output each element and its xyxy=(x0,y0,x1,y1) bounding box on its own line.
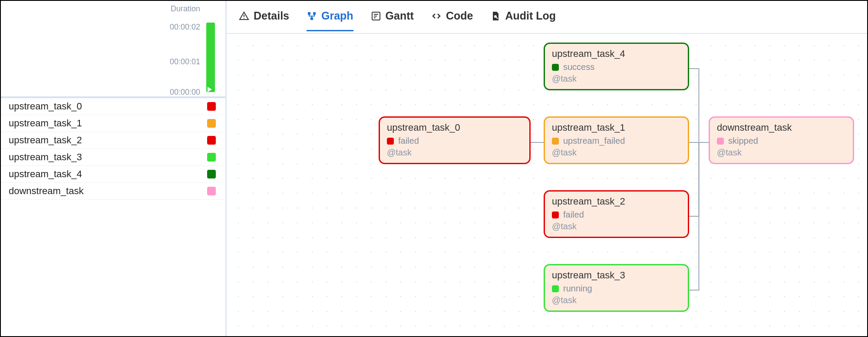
status-swatch xyxy=(207,102,216,111)
node-decorator: @task xyxy=(387,148,522,158)
node-state: running xyxy=(552,284,681,294)
state-text: upstream_failed xyxy=(563,136,625,146)
tab-auditlog[interactable]: Audit Log xyxy=(490,10,556,31)
node-decorator: @task xyxy=(552,74,681,84)
node-title: upstream_task_3 xyxy=(552,270,681,281)
status-swatch xyxy=(207,170,216,178)
duration-tick: 00:00:02 xyxy=(170,23,200,32)
node-decorator: @task xyxy=(552,295,681,305)
task-name: upstream_task_2 xyxy=(9,135,82,146)
tab-label: Graph xyxy=(321,10,353,22)
tab-label: Gantt xyxy=(386,10,414,22)
node-title: upstream_task_0 xyxy=(387,122,522,133)
node-state: failed xyxy=(552,210,681,220)
graph-node-upstream_task_2[interactable]: upstream_task_2failed@task xyxy=(544,190,689,238)
svg-rect-4 xyxy=(310,17,313,20)
task-row[interactable]: upstream_task_4 xyxy=(1,166,225,183)
task-name: upstream_task_1 xyxy=(9,118,82,129)
task-name: downstream_task xyxy=(9,185,83,197)
duration-chart: Duration 00:00:02 00:00:01 00:00:00 xyxy=(1,1,225,96)
svg-rect-2 xyxy=(308,12,310,15)
tree-icon xyxy=(307,11,317,21)
task-name: upstream_task_4 xyxy=(9,168,82,180)
state-dot xyxy=(387,138,394,145)
tab-label: Details xyxy=(254,10,289,22)
node-title: upstream_task_4 xyxy=(552,48,681,59)
task-row[interactable]: upstream_task_3 xyxy=(1,149,225,166)
task-list: upstream_task_0upstream_task_1upstream_t… xyxy=(1,98,225,200)
state-dot xyxy=(552,138,559,145)
tab-graph[interactable]: Graph xyxy=(307,10,353,31)
file-search-icon xyxy=(490,11,501,21)
state-dot xyxy=(717,138,724,145)
sidebar: Duration 00:00:02 00:00:01 00:00:00 upst… xyxy=(1,1,227,336)
status-swatch xyxy=(207,187,216,195)
state-dot xyxy=(552,211,559,218)
tab-gantt[interactable]: Gantt xyxy=(371,10,414,31)
node-state: failed xyxy=(387,136,522,146)
graph-node-upstream_task_1[interactable]: upstream_task_1upstream_failed@task xyxy=(544,116,689,164)
state-text: success xyxy=(563,62,594,72)
state-text: failed xyxy=(563,210,584,220)
play-icon xyxy=(208,87,212,92)
warning-triangle-icon xyxy=(239,11,249,21)
state-text: failed xyxy=(398,136,419,146)
duration-bar-column[interactable] xyxy=(206,23,215,92)
task-row[interactable]: upstream_task_0 xyxy=(1,98,225,115)
tab-bar: DetailsGraphGanttCodeAudit Log xyxy=(227,1,867,34)
duration-label: Duration xyxy=(171,4,200,13)
graph-node-upstream_task_3[interactable]: upstream_task_3running@task xyxy=(544,264,689,312)
node-title: upstream_task_2 xyxy=(552,196,681,207)
task-name: upstream_task_0 xyxy=(9,101,82,112)
node-state: upstream_failed xyxy=(552,136,681,146)
main-panel: DetailsGraphGanttCodeAudit Log upstream_… xyxy=(227,1,867,336)
node-decorator: @task xyxy=(552,221,681,231)
graph-node-upstream_task_0[interactable]: upstream_task_0failed@task xyxy=(379,116,531,164)
svg-point-1 xyxy=(244,18,244,19)
state-dot xyxy=(552,285,559,292)
graph-node-downstream_task[interactable]: downstream_taskskipped@task xyxy=(709,116,854,164)
duration-tick: 00:00:01 xyxy=(170,57,200,66)
svg-rect-3 xyxy=(313,12,316,15)
task-row[interactable]: downstream_task xyxy=(1,183,225,200)
duration-bar[interactable] xyxy=(206,23,215,92)
node-title: upstream_task_1 xyxy=(552,122,681,133)
state-dot xyxy=(552,64,559,71)
status-swatch xyxy=(207,119,216,128)
graph-node-upstream_task_4[interactable]: upstream_task_4success@task xyxy=(544,43,689,90)
node-title: downstream_task xyxy=(717,122,846,133)
code-icon xyxy=(431,11,442,21)
task-name: upstream_task_3 xyxy=(9,152,82,163)
state-text: running xyxy=(563,284,592,294)
status-swatch xyxy=(207,153,216,162)
duration-tick: 00:00:00 xyxy=(170,88,200,97)
app-root: Duration 00:00:02 00:00:01 00:00:00 upst… xyxy=(0,0,868,337)
node-state: success xyxy=(552,62,681,72)
node-decorator: @task xyxy=(717,148,846,158)
tab-label: Audit Log xyxy=(505,10,556,22)
status-swatch xyxy=(207,136,216,145)
graph-area[interactable]: upstream_task_0failed@taskupstream_task_… xyxy=(227,34,867,336)
state-text: skipped xyxy=(728,136,758,146)
task-row[interactable]: upstream_task_1 xyxy=(1,115,225,132)
tab-details[interactable]: Details xyxy=(239,10,289,31)
node-decorator: @task xyxy=(552,148,681,158)
task-row[interactable]: upstream_task_2 xyxy=(1,132,225,149)
bars-icon xyxy=(371,11,381,21)
tab-code[interactable]: Code xyxy=(431,10,473,31)
node-state: skipped xyxy=(717,136,846,146)
tab-label: Code xyxy=(446,10,473,22)
